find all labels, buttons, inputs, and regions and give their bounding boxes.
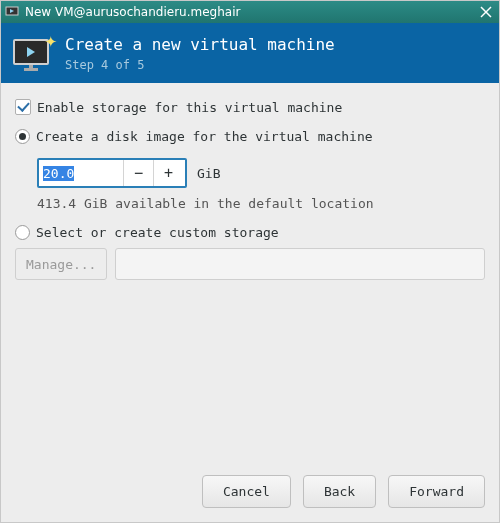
wizard-content: Enable storage for this virtual machine … [1,83,499,465]
spinner-decrement[interactable]: − [123,160,153,186]
wizard-header-text: Create a new virtual machine Step 4 of 5 [65,35,335,72]
create-disk-radio[interactable] [15,129,30,144]
cancel-button[interactable]: Cancel [202,475,291,508]
vm-monitor-icon: ✦ [13,35,53,71]
custom-storage-controls: Manage... [15,248,485,280]
window-title: New VM@aurusochandieru.meghair [25,5,477,19]
disk-size-row: − + GiB [37,158,485,188]
spinner-increment[interactable]: + [153,160,183,186]
wizard-step: Step 4 of 5 [65,58,335,72]
available-space-text: 413.4 GiB available in the default locat… [37,196,485,211]
back-button[interactable]: Back [303,475,376,508]
disk-size-input[interactable] [39,160,123,186]
custom-storage-label: Select or create custom storage [36,225,279,240]
enable-storage-row[interactable]: Enable storage for this virtual machine [15,99,485,115]
disk-size-section: − + GiB 413.4 GiB available in the defau… [37,158,485,211]
custom-storage-row[interactable]: Select or create custom storage [15,225,485,240]
window-titlebar: New VM@aurusochandieru.meghair [1,1,499,23]
wizard-header: ✦ Create a new virtual machine Step 4 of… [1,23,499,83]
manage-button: Manage... [15,248,107,280]
enable-storage-checkbox[interactable] [15,99,31,115]
new-vm-window: New VM@aurusochandieru.meghair ✦ Create … [0,0,500,523]
wizard-footer: Cancel Back Forward [1,465,499,522]
disk-size-unit: GiB [197,166,220,181]
custom-storage-path-input [115,248,485,280]
create-disk-label: Create a disk image for the virtual mach… [36,129,373,144]
custom-storage-radio[interactable] [15,225,30,240]
enable-storage-label: Enable storage for this virtual machine [37,100,342,115]
close-icon[interactable] [477,3,495,21]
create-disk-row[interactable]: Create a disk image for the virtual mach… [15,129,485,144]
forward-button[interactable]: Forward [388,475,485,508]
disk-size-spinner: − + [37,158,187,188]
wizard-title: Create a new virtual machine [65,35,335,54]
app-icon [5,5,19,19]
